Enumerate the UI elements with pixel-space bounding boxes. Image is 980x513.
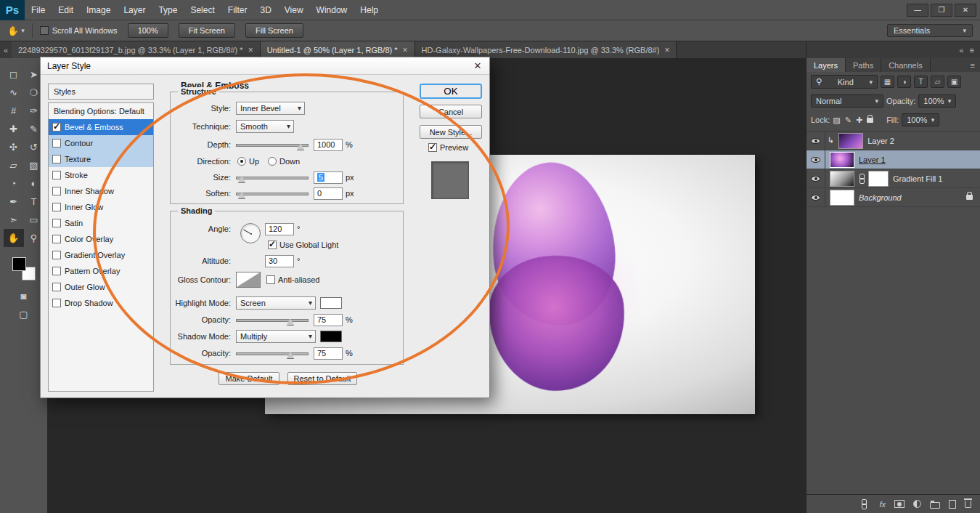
gloss-contour-picker[interactable] (236, 272, 261, 288)
altitude-input[interactable]: 30 (265, 255, 294, 267)
styles-header[interactable]: Styles (48, 84, 154, 100)
opacity-dropdown[interactable]: 100% ▾ (918, 94, 956, 108)
visibility-toggle[interactable] (807, 169, 825, 187)
layer-row-layer-2[interactable]: ↳ Layer 2 (807, 132, 980, 150)
menu-layer[interactable]: Layer (117, 0, 152, 20)
document-tab-1[interactable]: 22489329570_6013f29137_b.jpg @ 33.3% (La… (12, 41, 261, 58)
soften-input[interactable]: 0 (314, 187, 343, 200)
direction-down-radio[interactable] (268, 157, 277, 166)
style-item-drop-shadow[interactable]: Drop Shadow (49, 295, 153, 311)
highlight-mode-select[interactable]: Screen (236, 296, 316, 310)
foreground-color-swatch[interactable] (12, 257, 26, 271)
lock-all-icon[interactable] (867, 118, 873, 123)
lasso-tool[interactable]: ∿ (4, 84, 24, 102)
menu-edit[interactable]: Edit (52, 0, 80, 20)
close-tab-icon[interactable]: × (664, 45, 669, 55)
layer-style-fx-icon[interactable]: fx (879, 500, 886, 509)
collapse-panels-icon[interactable]: « (0, 41, 12, 58)
slider-thumb[interactable] (297, 143, 304, 150)
layer-thumbnail[interactable] (838, 133, 863, 149)
style-item-texture[interactable]: Texture (49, 151, 153, 167)
make-default-button[interactable]: Make Default (219, 372, 279, 385)
panel-options-icon[interactable]: ≡ (970, 46, 974, 54)
scroll-all-windows-checkbox[interactable] (40, 26, 49, 35)
style-item-contour[interactable]: Contour (49, 135, 153, 151)
angle-input[interactable]: 120 (265, 223, 294, 235)
menu-image[interactable]: Image (80, 0, 117, 20)
visibility-toggle[interactable] (807, 132, 825, 150)
add-layer-mask-icon[interactable] (894, 500, 905, 508)
adjustment-layer-icon[interactable] (913, 500, 921, 508)
lock-paint-icon[interactable]: ✎ (845, 116, 852, 125)
rectangular-marquee-tool[interactable]: ◻ (4, 65, 24, 84)
contour-checkbox[interactable] (52, 139, 61, 148)
highlight-opacity-input[interactable]: 75 (314, 314, 343, 326)
bevel-emboss-checkbox[interactable] (52, 123, 61, 132)
layer-name[interactable]: Layer 2 (867, 137, 894, 145)
menu-window[interactable]: Window (310, 0, 354, 20)
layer-thumbnail[interactable] (830, 190, 854, 206)
blend-mode-dropdown[interactable]: Normal ▾ (811, 94, 883, 108)
link-layers-icon[interactable] (861, 499, 867, 509)
style-select[interactable]: Inner Bevel (236, 102, 305, 115)
drop-shadow-checkbox[interactable] (52, 299, 61, 307)
tool-preset-picker[interactable]: ✋ ▾ (7, 25, 25, 36)
menu-view[interactable]: View (278, 0, 310, 20)
style-item-bevel-emboss[interactable]: Bevel & Emboss (49, 119, 153, 135)
type-layer-filter-icon[interactable]: T (914, 76, 928, 88)
style-item-outer-glow[interactable]: Outer Glow (49, 279, 153, 295)
blur-tool[interactable]: ◔ (4, 174, 24, 193)
tab-channels[interactable]: Channels (881, 58, 930, 72)
use-global-light-checkbox[interactable] (268, 241, 277, 249)
color-overlay-checkbox[interactable] (52, 235, 61, 243)
depth-slider[interactable] (236, 140, 309, 150)
layer-row-background[interactable]: Background (807, 188, 980, 207)
new-layer-icon[interactable] (949, 500, 956, 509)
crop-tool[interactable]: # (4, 102, 24, 120)
lock-transparency-icon[interactable]: ▨ (833, 116, 840, 125)
close-tab-icon[interactable]: × (403, 45, 408, 55)
lock-move-icon[interactable]: ✚ (856, 116, 862, 125)
style-item-inner-shadow[interactable]: Inner Shadow (49, 183, 153, 199)
menu-3d[interactable]: 3D (253, 0, 277, 20)
shadow-opacity-input[interactable]: 75 (314, 347, 343, 360)
style-item-stroke[interactable]: Stroke (49, 167, 153, 183)
fill-dropdown[interactable]: 100% ▾ (902, 113, 939, 126)
collapse-panel-icon[interactable]: « (959, 46, 963, 54)
inner-shadow-checkbox[interactable] (52, 187, 61, 195)
shadow-color-swatch[interactable] (320, 331, 342, 342)
technique-select[interactable]: Smooth (236, 120, 294, 133)
kind-filter-dropdown[interactable]: ⚲ Kind ▾ (811, 75, 878, 89)
zoom-100-button[interactable]: 100% (128, 23, 168, 38)
menu-type[interactable]: Type (152, 0, 184, 20)
clone-stamp-tool[interactable]: ✣ (4, 138, 24, 156)
style-item-gradient-overlay[interactable]: Gradient Overlay (49, 247, 153, 263)
layer-row-gradient-fill-1[interactable]: Gradient Fill 1 (807, 169, 980, 188)
satin-checkbox[interactable] (52, 219, 61, 227)
fit-screen-button[interactable]: Fit Screen (179, 23, 235, 38)
menu-help[interactable]: Help (354, 0, 385, 20)
highlight-opacity-slider[interactable] (236, 315, 309, 325)
layer-name[interactable]: Background (859, 193, 902, 202)
slider-thumb[interactable] (238, 176, 245, 182)
menu-select[interactable]: Select (184, 0, 221, 20)
layer-thumbnail[interactable] (830, 152, 854, 168)
quick-mask-icon[interactable]: ◙ (21, 291, 27, 302)
hand-tool[interactable]: ✋ (4, 229, 24, 247)
restore-button[interactable]: ❐ (931, 4, 952, 17)
anti-aliased-checkbox[interactable] (266, 275, 275, 284)
stroke-checkbox[interactable] (52, 171, 61, 179)
new-group-icon[interactable] (930, 502, 940, 509)
ok-button[interactable]: OK (420, 84, 482, 99)
screen-mode-icon[interactable]: ▢ (19, 309, 28, 320)
layer-mask-thumbnail[interactable] (868, 171, 889, 187)
panel-menu-icon[interactable]: ≡ (971, 58, 980, 72)
adjustment-layer-filter-icon[interactable]: ◑ (897, 76, 911, 88)
tab-layers[interactable]: Layers (807, 58, 846, 72)
shape-layer-filter-icon[interactable]: ▱ (931, 76, 944, 88)
shadow-mode-select[interactable]: Multiply (236, 330, 316, 343)
slider-thumb[interactable] (287, 318, 294, 325)
menu-file[interactable]: File (25, 0, 52, 20)
smart-object-filter-icon[interactable]: ▣ (947, 76, 961, 88)
pen-tool[interactable]: ✒ (4, 193, 24, 211)
